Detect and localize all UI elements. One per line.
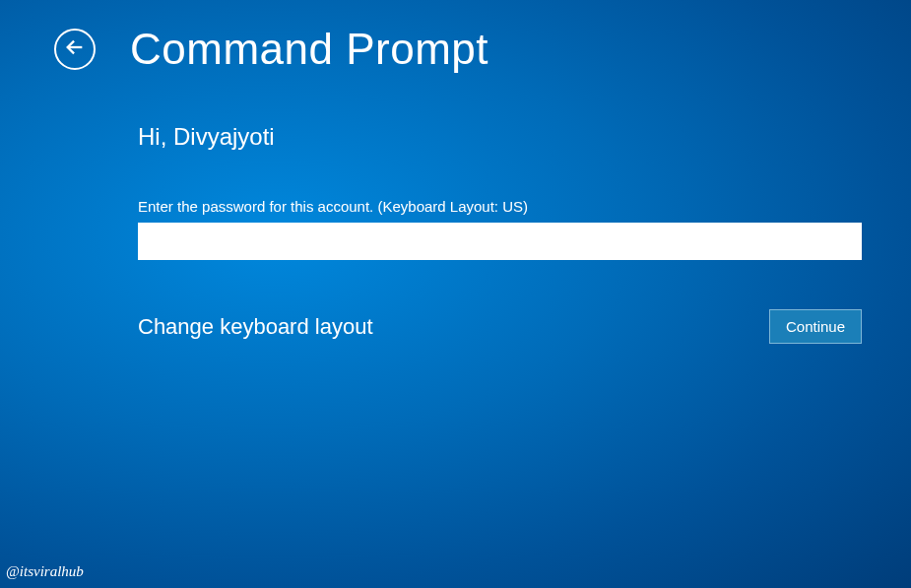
user-greeting: Hi, Divyajyoti: [138, 123, 857, 151]
watermark-text: @itsviralhub: [6, 563, 84, 580]
main-content: Hi, Divyajyoti Enter the password for th…: [0, 74, 911, 344]
page-title: Command Prompt: [130, 25, 488, 74]
action-row: Change keyboard layout Continue: [138, 309, 862, 344]
arrow-left-icon: [64, 36, 86, 62]
password-label: Enter the password for this account. (Ke…: [138, 198, 857, 215]
back-button[interactable]: [54, 29, 96, 70]
change-keyboard-layout-link[interactable]: Change keyboard layout: [138, 314, 373, 340]
continue-button[interactable]: Continue: [769, 309, 862, 344]
password-input[interactable]: [138, 223, 862, 260]
header-row: Command Prompt: [0, 0, 911, 74]
